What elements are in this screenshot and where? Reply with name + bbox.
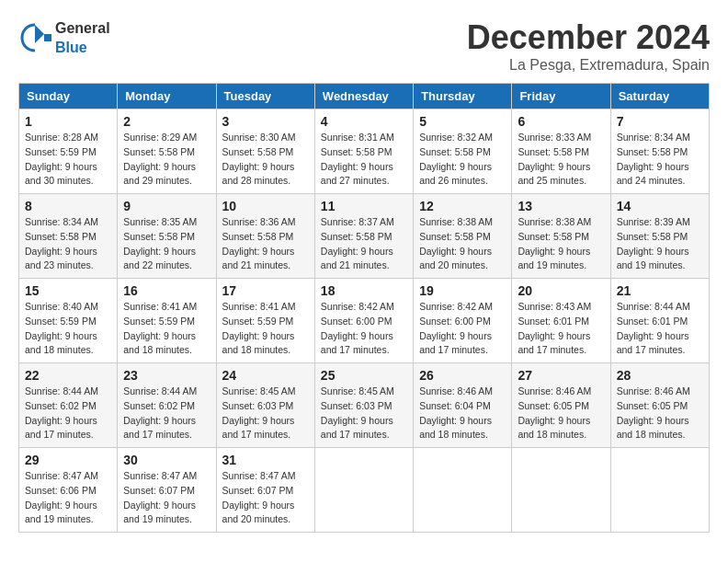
day-info: Sunrise: 8:45 AMSunset: 6:03 PMDaylight:… xyxy=(222,385,296,440)
logo-general-text: General xyxy=(55,20,110,36)
day-number: 14 xyxy=(617,199,703,213)
table-row: 23 Sunrise: 8:44 AMSunset: 6:02 PMDaylig… xyxy=(118,363,216,448)
table-row: 3 Sunrise: 8:30 AMSunset: 5:58 PMDayligh… xyxy=(216,109,314,194)
title-block: December 2024 La Pesga, Extremadura, Spa… xyxy=(467,18,710,74)
day-number: 18 xyxy=(321,283,407,298)
table-row: 22 Sunrise: 8:44 AMSunset: 6:02 PMDaylig… xyxy=(19,363,118,448)
table-row: 26 Sunrise: 8:46 AMSunset: 6:04 PMDaylig… xyxy=(414,363,512,448)
day-number: 3 xyxy=(222,114,309,129)
table-row: 12 Sunrise: 8:38 AMSunset: 5:58 PMDaylig… xyxy=(414,194,512,279)
header: General Blue December 2024 La Pesga, Ext… xyxy=(18,18,710,74)
logo-blue-text: Blue xyxy=(55,40,87,55)
day-info: Sunrise: 8:41 AMSunset: 5:59 PMDaylight:… xyxy=(123,301,197,355)
day-info: Sunrise: 8:47 AMSunset: 6:06 PMDaylight:… xyxy=(25,470,98,524)
table-row: 9 Sunrise: 8:35 AMSunset: 5:58 PMDayligh… xyxy=(118,194,216,279)
day-number: 31 xyxy=(222,453,309,467)
table-row xyxy=(610,448,709,533)
day-info: Sunrise: 8:42 AMSunset: 6:00 PMDaylight:… xyxy=(321,301,394,355)
day-number: 13 xyxy=(518,199,604,213)
day-number: 6 xyxy=(518,114,604,129)
day-info: Sunrise: 8:37 AMSunset: 5:58 PMDaylight:… xyxy=(321,216,394,270)
table-row: 24 Sunrise: 8:45 AMSunset: 6:03 PMDaylig… xyxy=(216,363,314,448)
table-row xyxy=(314,448,413,533)
col-saturday: Saturday xyxy=(610,84,709,109)
month-title: December 2024 xyxy=(467,18,710,57)
day-number: 21 xyxy=(617,283,703,298)
day-number: 2 xyxy=(123,114,210,129)
col-tuesday: Tuesday xyxy=(216,84,314,109)
table-row: 15 Sunrise: 8:40 AMSunset: 5:59 PMDaylig… xyxy=(19,279,118,363)
day-number: 9 xyxy=(123,199,210,213)
day-number: 10 xyxy=(222,199,309,213)
calendar-week-row: 15 Sunrise: 8:40 AMSunset: 5:59 PMDaylig… xyxy=(19,279,710,363)
day-info: Sunrise: 8:38 AMSunset: 5:58 PMDaylight:… xyxy=(419,216,493,270)
table-row: 28 Sunrise: 8:46 AMSunset: 6:05 PMDaylig… xyxy=(610,363,709,448)
day-info: Sunrise: 8:46 AMSunset: 6:05 PMDaylight:… xyxy=(617,385,690,440)
day-number: 12 xyxy=(419,199,506,213)
calendar-table: Sunday Monday Tuesday Wednesday Thursday… xyxy=(18,83,710,533)
table-row: 16 Sunrise: 8:41 AMSunset: 5:59 PMDaylig… xyxy=(118,279,216,363)
table-row: 11 Sunrise: 8:37 AMSunset: 5:58 PMDaylig… xyxy=(314,194,413,279)
table-row: 31 Sunrise: 8:47 AMSunset: 6:07 PMDaylig… xyxy=(216,448,314,533)
calendar-header-row: Sunday Monday Tuesday Wednesday Thursday… xyxy=(19,84,710,109)
day-info: Sunrise: 8:34 AMSunset: 5:58 PMDaylight:… xyxy=(617,132,690,186)
table-row: 14 Sunrise: 8:39 AMSunset: 5:58 PMDaylig… xyxy=(610,194,709,279)
table-row xyxy=(414,448,512,533)
table-row: 6 Sunrise: 8:33 AMSunset: 5:58 PMDayligh… xyxy=(512,109,610,194)
day-number: 29 xyxy=(25,453,111,467)
day-info: Sunrise: 8:40 AMSunset: 5:59 PMDaylight:… xyxy=(25,301,98,355)
table-row: 7 Sunrise: 8:34 AMSunset: 5:58 PMDayligh… xyxy=(610,109,709,194)
table-row: 18 Sunrise: 8:42 AMSunset: 6:00 PMDaylig… xyxy=(314,279,413,363)
table-row: 13 Sunrise: 8:38 AMSunset: 5:58 PMDaylig… xyxy=(512,194,610,279)
table-row: 8 Sunrise: 8:34 AMSunset: 5:58 PMDayligh… xyxy=(19,194,118,279)
day-number: 4 xyxy=(321,114,407,129)
day-number: 27 xyxy=(518,368,604,383)
day-number: 26 xyxy=(419,368,506,383)
table-row xyxy=(512,448,610,533)
day-info: Sunrise: 8:38 AMSunset: 5:58 PMDaylight:… xyxy=(518,216,591,270)
day-number: 8 xyxy=(25,199,111,213)
day-info: Sunrise: 8:47 AMSunset: 6:07 PMDaylight:… xyxy=(222,470,296,524)
day-info: Sunrise: 8:32 AMSunset: 5:58 PMDaylight:… xyxy=(419,132,493,186)
day-info: Sunrise: 8:28 AMSunset: 5:59 PMDaylight:… xyxy=(25,132,98,186)
day-number: 22 xyxy=(25,368,111,383)
table-row: 19 Sunrise: 8:42 AMSunset: 6:00 PMDaylig… xyxy=(414,279,512,363)
day-number: 16 xyxy=(123,283,210,298)
logo-icon xyxy=(18,21,51,54)
day-info: Sunrise: 8:39 AMSunset: 5:58 PMDaylight:… xyxy=(617,216,690,270)
day-number: 7 xyxy=(617,114,703,129)
day-number: 1 xyxy=(25,114,111,129)
day-number: 30 xyxy=(123,453,210,467)
day-info: Sunrise: 8:35 AMSunset: 5:58 PMDaylight:… xyxy=(123,216,197,270)
table-row: 4 Sunrise: 8:31 AMSunset: 5:58 PMDayligh… xyxy=(314,109,413,194)
day-info: Sunrise: 8:42 AMSunset: 6:00 PMDaylight:… xyxy=(419,301,493,355)
day-info: Sunrise: 8:36 AMSunset: 5:58 PMDaylight:… xyxy=(222,216,296,270)
day-number: 25 xyxy=(321,368,407,383)
day-info: Sunrise: 8:47 AMSunset: 6:07 PMDaylight:… xyxy=(123,470,197,524)
day-info: Sunrise: 8:44 AMSunset: 6:02 PMDaylight:… xyxy=(123,385,197,440)
table-row: 21 Sunrise: 8:44 AMSunset: 6:01 PMDaylig… xyxy=(610,279,709,363)
col-monday: Monday xyxy=(118,84,216,109)
day-info: Sunrise: 8:44 AMSunset: 6:02 PMDaylight:… xyxy=(25,385,98,440)
table-row: 17 Sunrise: 8:41 AMSunset: 5:59 PMDaylig… xyxy=(216,279,314,363)
day-number: 15 xyxy=(25,283,111,298)
day-info: Sunrise: 8:31 AMSunset: 5:58 PMDaylight:… xyxy=(321,132,394,186)
col-friday: Friday xyxy=(512,84,610,109)
day-info: Sunrise: 8:33 AMSunset: 5:58 PMDaylight:… xyxy=(518,132,591,186)
table-row: 30 Sunrise: 8:47 AMSunset: 6:07 PMDaylig… xyxy=(118,448,216,533)
day-number: 5 xyxy=(419,114,506,129)
table-row: 20 Sunrise: 8:43 AMSunset: 6:01 PMDaylig… xyxy=(512,279,610,363)
day-info: Sunrise: 8:34 AMSunset: 5:58 PMDaylight:… xyxy=(25,216,98,270)
day-info: Sunrise: 8:46 AMSunset: 6:04 PMDaylight:… xyxy=(419,385,493,440)
col-sunday: Sunday xyxy=(19,84,118,109)
table-row: 5 Sunrise: 8:32 AMSunset: 5:58 PMDayligh… xyxy=(414,109,512,194)
logo: General Blue xyxy=(18,18,110,57)
col-thursday: Thursday xyxy=(414,84,512,109)
day-number: 28 xyxy=(617,368,703,383)
calendar-week-row: 8 Sunrise: 8:34 AMSunset: 5:58 PMDayligh… xyxy=(19,194,710,279)
day-info: Sunrise: 8:43 AMSunset: 6:01 PMDaylight:… xyxy=(518,301,591,355)
day-number: 19 xyxy=(419,283,506,298)
table-row: 27 Sunrise: 8:46 AMSunset: 6:05 PMDaylig… xyxy=(512,363,610,448)
table-row: 25 Sunrise: 8:45 AMSunset: 6:03 PMDaylig… xyxy=(314,363,413,448)
day-number: 24 xyxy=(222,368,309,383)
